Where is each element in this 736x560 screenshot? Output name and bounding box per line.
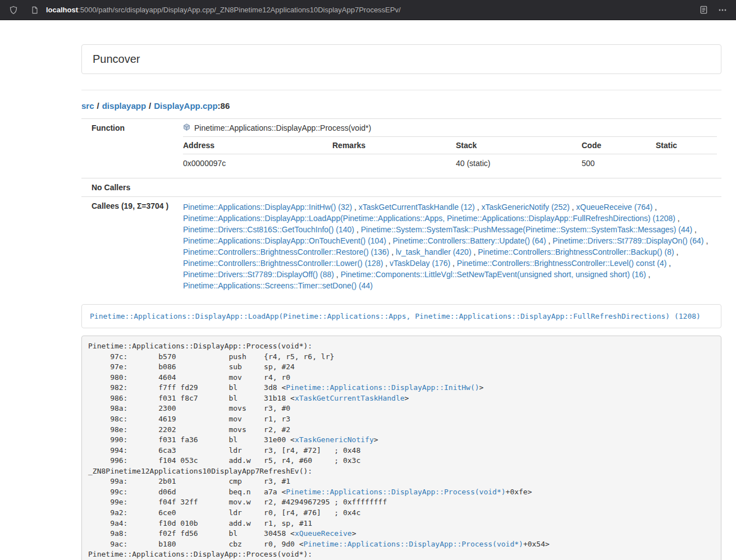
address-value: 0x0000097c [183,154,332,174]
callees-label: Callees (19, Σ=3704 ) [81,197,179,296]
url-host: localhost [46,6,78,14]
callee-link[interactable]: Pinetime::Applications::DisplayApp::Init… [183,203,352,212]
highlighted-symbol-link[interactable]: Pinetime::Applications::DisplayApp::Load… [90,312,701,320]
disassembly: Pinetime::Applications::DisplayApp::Proc… [81,336,721,560]
column-static: Static [656,137,717,154]
remarks-value [332,154,456,174]
breadcrumb-link-displayapp[interactable]: displayapp [102,101,146,111]
callee-link[interactable]: Pinetime::Drivers::St7789::DisplayOff() … [183,270,334,279]
disasm-symbol-link[interactable]: xTaskGenericNotify [295,435,374,444]
disasm-symbol-link[interactable]: xTaskGetCurrentTaskHandle [295,394,405,402]
callee-link[interactable]: Pinetime::Controllers::Battery::Update()… [393,236,546,245]
callees-row: Callees (19, Σ=3704 ) Pinetime::Applicat… [81,197,721,296]
callee-link[interactable]: Pinetime::Drivers::St7789::DisplayOn() (… [552,236,703,245]
stack-value: 40 (static) [456,154,582,174]
app-title: Puncover [81,44,721,74]
disasm-symbol-link[interactable]: xQueueReceive [295,529,352,538]
column-code: Code [582,137,656,154]
symbol-metrics-table: Address Remarks Stack Code Static 0x0000… [183,136,717,173]
function-cell: Pinetime::Applications::DisplayApp::Proc… [179,119,721,178]
reader-mode-icon[interactable] [697,3,710,17]
callee-link[interactable]: Pinetime::Drivers::Cst816S::GetTouchInfo… [183,225,354,234]
symbol-table: Function Pinetime::Applications::Display… [81,118,721,296]
disasm-symbol-link[interactable]: Pinetime::Applications::DisplayApp::Proc… [286,488,505,496]
code-value: 500 [582,154,656,174]
callee-link[interactable]: Pinetime::Applications::DisplayApp::Load… [183,214,675,223]
function-icon [183,123,190,132]
callee-link[interactable]: xQueueReceive (764) [576,203,652,212]
url-path: :5000/path/src/displayapp/DisplayApp.cpp… [78,6,401,14]
callee-link[interactable]: lv_task_handler (420) [396,247,472,256]
symbol-metrics-row: 0x0000097c 40 (static) 500 [183,154,717,174]
overflow-menu-icon[interactable] [716,3,729,17]
callee-link[interactable]: xTaskGenericNotify (252) [481,203,569,212]
column-remarks: Remarks [332,137,456,154]
callee-link[interactable]: Pinetime::Applications::Screens::Timer::… [183,281,373,290]
disasm-symbol-link[interactable]: Pinetime::Applications::DisplayApp::Proc… [304,540,523,548]
highlighted-symbol: Pinetime::Applications::DisplayApp::Load… [81,304,721,328]
breadcrumb-link-src[interactable]: src [81,101,94,111]
function-row: Function Pinetime::Applications::Display… [81,119,721,178]
function-name: Pinetime::Applications::DisplayApp::Proc… [194,123,371,132]
callee-link[interactable]: Pinetime::Controllers::BrightnessControl… [457,259,666,268]
column-stack: Stack [456,137,582,154]
no-callers-cell [179,178,721,197]
breadcrumb-link-file[interactable]: DisplayApp.cpp [154,101,217,111]
callee-link[interactable]: xTaskGetCurrentTaskHandle (12) [359,203,475,212]
callee-link[interactable]: Pinetime::System::SystemTask::PushMessag… [361,225,693,234]
callee-link[interactable]: Pinetime::Controllers::BrightnessControl… [183,247,389,256]
page-info-icon[interactable] [28,3,42,17]
no-callers-row: No Callers [81,178,721,197]
callee-link[interactable]: Pinetime::Controllers::BrightnessControl… [183,259,383,268]
callee-link[interactable]: Pinetime::Applications::DisplayApp::OnTo… [183,236,386,245]
shield-icon[interactable] [7,3,20,17]
column-address: Address [183,137,332,154]
function-label: Function [81,119,179,178]
breadcrumb-line-number: :86 [218,101,230,111]
callee-link[interactable]: vTaskDelay (176) [390,259,450,268]
breadcrumb: src/displayapp/DisplayApp.cpp:86 [81,101,721,111]
breadcrumb-separator: / [149,101,151,111]
address-bar[interactable]: localhost:5000/path/src/displayapp/Displ… [46,6,697,14]
browser-toolbar: localhost:5000/path/src/displayapp/Displ… [0,0,736,20]
page-container: Puncover src/displayapp/DisplayApp.cpp:8… [81,44,721,560]
divider [81,90,721,90]
callee-link[interactable]: Pinetime::Components::LittleVgl::SetNewT… [341,270,646,279]
callee-link[interactable]: Pinetime::Controllers::BrightnessControl… [478,247,674,256]
static-value [656,154,717,174]
breadcrumb-separator: / [97,101,99,111]
disasm-symbol-link[interactable]: Pinetime::Applications::DisplayApp::Init… [286,383,479,392]
no-callers-label: No Callers [81,178,179,197]
callees-list: Pinetime::Applications::DisplayApp::Init… [179,197,721,296]
